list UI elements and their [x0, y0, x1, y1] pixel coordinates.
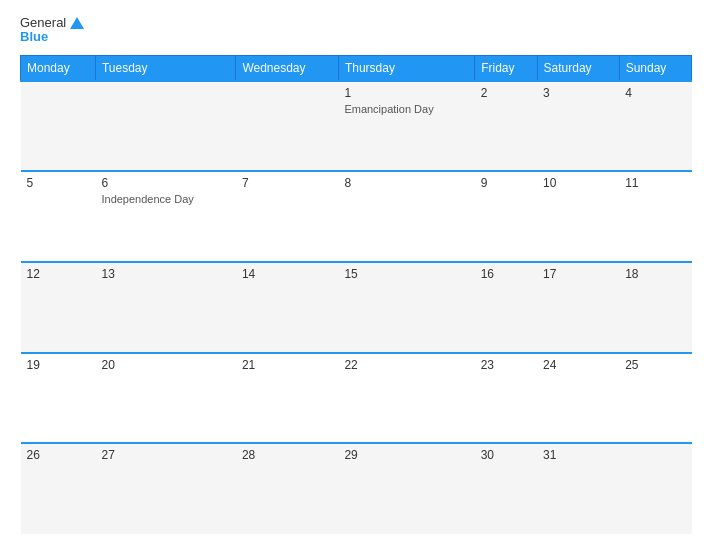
calendar-cell [95, 81, 235, 172]
logo-general: General [20, 16, 66, 30]
day-number: 23 [481, 358, 531, 372]
day-number: 31 [543, 448, 613, 462]
day-number: 25 [625, 358, 685, 372]
weekday-header-thursday: Thursday [338, 55, 474, 81]
calendar-cell: 25 [619, 353, 691, 444]
calendar-cell: 1Emancipation Day [338, 81, 474, 172]
calendar-week-row: 1Emancipation Day234 [21, 81, 692, 172]
calendar-cell: 15 [338, 262, 474, 353]
day-number: 1 [344, 86, 468, 100]
day-number: 19 [27, 358, 90, 372]
calendar-cell [236, 81, 338, 172]
calendar-cell: 24 [537, 353, 619, 444]
calendar-week-row: 262728293031 [21, 443, 692, 534]
weekday-header-row: MondayTuesdayWednesdayThursdayFridaySatu… [21, 55, 692, 81]
logo: General Blue [20, 16, 84, 45]
calendar-cell: 30 [475, 443, 537, 534]
calendar-cell: 23 [475, 353, 537, 444]
calendar-cell: 22 [338, 353, 474, 444]
weekday-header-monday: Monday [21, 55, 96, 81]
day-number: 6 [101, 176, 229, 190]
day-number: 24 [543, 358, 613, 372]
calendar-cell: 7 [236, 171, 338, 262]
day-number: 3 [543, 86, 613, 100]
day-number: 22 [344, 358, 468, 372]
weekday-header-wednesday: Wednesday [236, 55, 338, 81]
logo-triangle-icon [70, 17, 84, 29]
calendar-week-row: 56Independence Day7891011 [21, 171, 692, 262]
calendar-cell: 28 [236, 443, 338, 534]
day-number: 16 [481, 267, 531, 281]
logo-blue: Blue [20, 30, 48, 44]
day-number: 28 [242, 448, 332, 462]
weekday-header-tuesday: Tuesday [95, 55, 235, 81]
calendar-cell: 16 [475, 262, 537, 353]
calendar: MondayTuesdayWednesdayThursdayFridaySatu… [20, 55, 692, 534]
weekday-header-friday: Friday [475, 55, 537, 81]
weekday-header-sunday: Sunday [619, 55, 691, 81]
day-number: 26 [27, 448, 90, 462]
calendar-cell: 13 [95, 262, 235, 353]
calendar-cell: 4 [619, 81, 691, 172]
calendar-event: Independence Day [101, 193, 193, 205]
calendar-cell: 10 [537, 171, 619, 262]
calendar-week-row: 12131415161718 [21, 262, 692, 353]
day-number: 4 [625, 86, 685, 100]
calendar-cell: 17 [537, 262, 619, 353]
day-number: 7 [242, 176, 332, 190]
calendar-cell: 31 [537, 443, 619, 534]
day-number: 9 [481, 176, 531, 190]
calendar-cell: 27 [95, 443, 235, 534]
day-number: 2 [481, 86, 531, 100]
day-number: 14 [242, 267, 332, 281]
day-number: 30 [481, 448, 531, 462]
calendar-cell: 6Independence Day [95, 171, 235, 262]
calendar-cell: 11 [619, 171, 691, 262]
calendar-cell: 8 [338, 171, 474, 262]
calendar-cell: 2 [475, 81, 537, 172]
day-number: 21 [242, 358, 332, 372]
day-number: 20 [101, 358, 229, 372]
calendar-event: Emancipation Day [344, 103, 433, 115]
calendar-week-row: 19202122232425 [21, 353, 692, 444]
calendar-cell: 5 [21, 171, 96, 262]
calendar-cell [21, 81, 96, 172]
calendar-cell: 19 [21, 353, 96, 444]
day-number: 29 [344, 448, 468, 462]
header: General Blue [20, 16, 692, 45]
calendar-cell: 29 [338, 443, 474, 534]
calendar-cell: 26 [21, 443, 96, 534]
day-number: 5 [27, 176, 90, 190]
day-number: 12 [27, 267, 90, 281]
day-number: 11 [625, 176, 685, 190]
day-number: 10 [543, 176, 613, 190]
calendar-cell: 20 [95, 353, 235, 444]
calendar-cell: 21 [236, 353, 338, 444]
calendar-cell: 14 [236, 262, 338, 353]
calendar-cell: 18 [619, 262, 691, 353]
calendar-cell: 3 [537, 81, 619, 172]
day-number: 15 [344, 267, 468, 281]
day-number: 18 [625, 267, 685, 281]
day-number: 27 [101, 448, 229, 462]
calendar-cell: 9 [475, 171, 537, 262]
day-number: 17 [543, 267, 613, 281]
calendar-cell: 12 [21, 262, 96, 353]
calendar-cell [619, 443, 691, 534]
day-number: 8 [344, 176, 468, 190]
weekday-header-saturday: Saturday [537, 55, 619, 81]
day-number: 13 [101, 267, 229, 281]
